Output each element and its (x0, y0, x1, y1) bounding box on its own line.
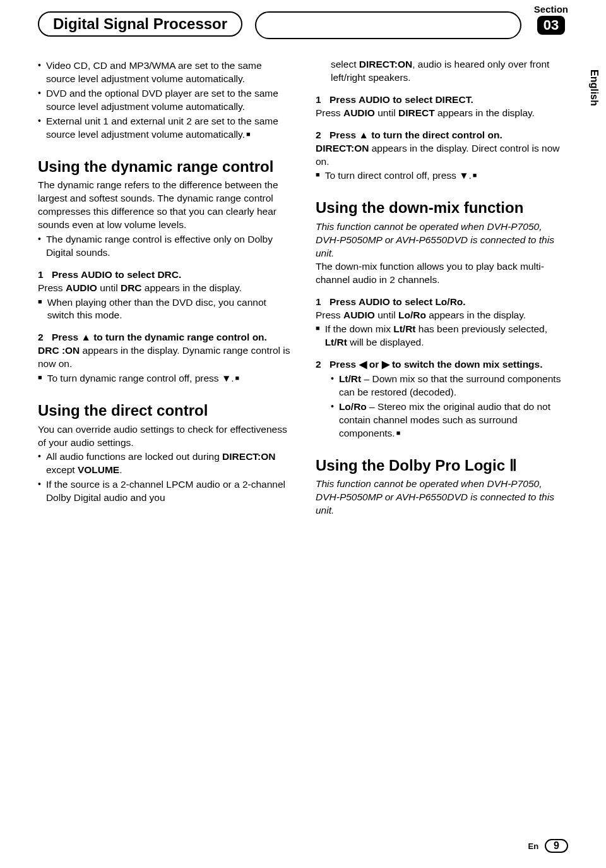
italic-note: This function cannot be operated when DV… (316, 220, 568, 260)
body-text: Press AUDIO until Lo/Ro appears in the d… (316, 309, 568, 322)
body-text: Video CD, CD and MP3/WMA are set to the … (46, 59, 290, 86)
body-text: You can override audio settings to check… (38, 423, 290, 450)
square-bullet-icon (38, 372, 42, 385)
body-text: DRC :ON appears in the display. Dynamic … (38, 344, 290, 371)
body-text: If the down mix Lt/Rt has been previousl… (325, 323, 568, 349)
body-text: The dynamic range control is effective o… (46, 233, 290, 260)
bullet-icon (38, 59, 41, 86)
left-column: Video CD, CD and MP3/WMA are set to the … (38, 58, 290, 517)
body-text: All audio functions are locked out durin… (46, 450, 290, 477)
bullet-icon (331, 401, 334, 440)
body-text: Lo/Ro – Stereo mix the original audio th… (339, 401, 568, 440)
heading-prologic: Using the Dolby Pro Logic Ⅱ (316, 457, 568, 474)
body-text: DIRECT:ON appears in the display. Direct… (316, 142, 568, 169)
language-tab: English (588, 69, 600, 106)
body-text: External unit 1 and external unit 2 are … (46, 115, 290, 142)
right-column: select DIRECT:ON, audio is heared only o… (316, 58, 568, 517)
body-text: To turn dynamic range control off, press… (47, 372, 240, 385)
section-indicator: Section 03 (534, 4, 568, 35)
body-text: select DIRECT:ON, audio is heared only o… (331, 58, 568, 85)
step-1-drc: 1Press AUDIO to select DRC. (38, 268, 290, 282)
bullet-icon (38, 478, 41, 505)
step-1-direct: 1Press AUDIO to select DIRECT. (316, 93, 568, 107)
bullet-icon (38, 450, 41, 477)
header-spacer (255, 11, 521, 39)
body-text: If the source is a 2-channel LPCM audio … (46, 478, 290, 505)
body-text: To turn direct control off, press ▼. (325, 169, 477, 183)
step-1-downmix: 1Press AUDIO to select Lo/Ro. (316, 296, 568, 309)
step-2-direct: 2Press ▲ to turn the direct control on. (316, 129, 568, 142)
heading-downmix: Using the down-mix function (316, 199, 568, 217)
section-number: 03 (537, 16, 565, 35)
body-text: The down-mix function allows you to play… (316, 260, 568, 287)
bullet-icon (38, 115, 41, 142)
section-label: Section (534, 4, 568, 15)
body-text: The dynamic range refers to the differen… (38, 179, 290, 232)
page-footer: En 9 (528, 839, 568, 853)
square-bullet-icon (38, 296, 42, 323)
heading-direct: Using the direct control (38, 402, 290, 419)
body-text: When playing other than the DVD disc, yo… (47, 296, 290, 323)
bullet-icon (331, 373, 334, 399)
page-title: Digital Signal Processor (38, 11, 242, 37)
bullet-icon (38, 87, 41, 114)
square-bullet-icon (316, 323, 320, 349)
footer-lang: En (528, 841, 538, 851)
step-2-downmix: 2Press ◀ or ▶ to switch the down mix set… (316, 358, 568, 371)
square-bullet-icon (316, 169, 320, 183)
body-text: Press AUDIO until DIRECT appears in the … (316, 107, 568, 120)
step-2-drc: 2Press ▲ to turn the dynamic range contr… (38, 331, 290, 344)
heading-drc: Using the dynamic range control (38, 158, 290, 176)
page-number: 9 (545, 839, 568, 853)
body-text: Press AUDIO until DRC appears in the dis… (38, 282, 290, 295)
body-text: Lt/Rt – Down mix so that the surround co… (339, 373, 568, 399)
bullet-icon (38, 233, 41, 260)
body-text: DVD and the optional DVD player are set … (46, 87, 290, 114)
italic-note: This function cannot be operated when DV… (316, 478, 568, 517)
